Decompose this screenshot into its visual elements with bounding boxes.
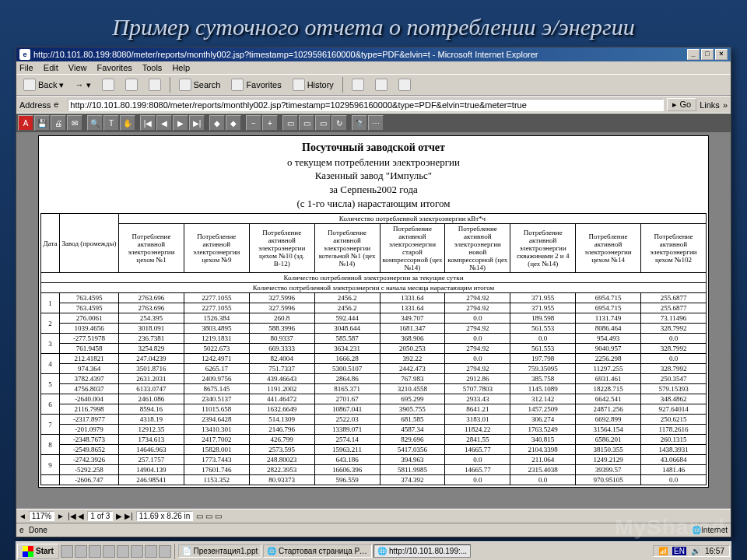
pdf-viewer[interactable]: Посуточный заводской отчет о текущем пот…: [16, 132, 731, 509]
menu-help[interactable]: Help: [172, 63, 190, 72]
favorites-icon: [231, 79, 244, 91]
taskbar: Start 📄 Презентация1.ppt 🌐 Стартовая стр…: [16, 541, 731, 560]
menu-edit[interactable]: Edit: [44, 63, 58, 72]
rotate-button[interactable]: ↻: [331, 115, 347, 131]
quicklaunch-icon[interactable]: [131, 545, 143, 558]
minimize-button[interactable]: _: [687, 49, 700, 60]
zoom-display[interactable]: ◄ 117% ►: [19, 512, 65, 520]
actual-size-button[interactable]: ▭: [282, 115, 298, 131]
report-table: ДатаЗавод (промежды)Количество потреблен…: [40, 213, 707, 485]
page-size: 11.69 x 8.26 in: [136, 511, 194, 521]
fit-width-button[interactable]: ▭: [315, 115, 331, 131]
prev-page-button[interactable]: ◀: [156, 115, 172, 131]
first-page-button[interactable]: |◀: [140, 115, 156, 131]
fwd-view-button[interactable]: ◆: [226, 115, 241, 131]
zoom-out-button[interactable]: −: [246, 115, 261, 131]
page-icon: e: [54, 100, 65, 110]
menu-view[interactable]: View: [68, 63, 87, 72]
links-label[interactable]: Links: [700, 100, 720, 110]
history-button[interactable]: History: [289, 76, 338, 93]
windows-flag-icon: [23, 546, 33, 557]
zoom-in-button[interactable]: +: [262, 115, 278, 131]
quicklaunch-icon[interactable]: [103, 545, 115, 558]
browser-window: e http://10.101.80.199:8080/meter/report…: [16, 47, 731, 537]
menu-file[interactable]: File: [19, 63, 33, 72]
select-text-button[interactable]: T: [103, 115, 119, 131]
go-button[interactable]: ▸ Go: [667, 98, 696, 111]
address-label: Address: [19, 100, 51, 110]
print-button[interactable]: [371, 76, 391, 93]
close-button[interactable]: ×: [715, 49, 728, 60]
search-button[interactable]: Search: [175, 76, 225, 93]
security-zone: Internet: [701, 526, 728, 534]
mail-icon: [352, 79, 364, 91]
report-header: Посуточный заводской отчет о текущем пот…: [40, 141, 707, 210]
done-icon: e: [19, 526, 29, 535]
back-icon: [23, 79, 36, 91]
menu-bar: File Edit View Favorites Tools Help: [16, 61, 731, 74]
quicklaunch-icon[interactable]: [145, 545, 157, 558]
pdf-page: Посуточный заводской отчет о текущем пот…: [38, 135, 709, 488]
last-page-button[interactable]: ▶|: [189, 115, 205, 131]
menu-tools[interactable]: Tools: [142, 63, 163, 72]
address-bar: Address e ▸ Go Links »: [16, 96, 731, 113]
home-icon: [149, 79, 161, 91]
mail-button[interactable]: [348, 76, 368, 93]
acrobat-logo-icon: A: [18, 115, 33, 131]
forward-button[interactable]: → ▾: [71, 78, 94, 93]
window-title: http://10.101.80.199:8080/meter/reports/…: [33, 50, 538, 59]
search-pdf-button[interactable]: 🔍: [87, 115, 103, 131]
maximize-button[interactable]: □: [701, 49, 714, 60]
print-pdf-button[interactable]: 🖨: [51, 115, 66, 131]
quicklaunch-icon[interactable]: [89, 545, 101, 558]
taskbar-task[interactable]: 📄 Презентация1.ppt: [178, 544, 261, 558]
lang-indicator[interactable]: EN: [672, 547, 686, 555]
start-button[interactable]: Start: [17, 544, 59, 559]
print-icon: [375, 79, 388, 91]
tray-icon[interactable]: 📶: [658, 547, 668, 555]
favorites-button[interactable]: Favorites: [227, 76, 285, 93]
status-text: Done: [29, 526, 47, 534]
tray-icon[interactable]: 🔊: [691, 547, 700, 555]
more-button[interactable]: ⋯: [368, 115, 384, 131]
taskbar-task[interactable]: 🌐 Стартовая страница Ре...: [263, 544, 372, 558]
home-button[interactable]: [145, 76, 165, 93]
acrobat-statusbar: ◄ 117% ► |◀ ◀ 1 of 3 ▶ ▶| 11.69 x 8.26 i…: [16, 509, 731, 523]
quicklaunch-icon[interactable]: [61, 545, 73, 558]
standard-toolbar: Back ▾ → ▾ Search Favorites History: [16, 74, 731, 96]
menu-favorites[interactable]: Favorites: [97, 63, 132, 72]
back-button[interactable]: Back ▾: [19, 76, 68, 93]
edit-icon: [398, 79, 411, 91]
refresh-button[interactable]: [121, 76, 142, 93]
save-button[interactable]: 💾: [34, 115, 50, 131]
slide-title: Пример суточного отчета о потреблении э/…: [0, 0, 747, 47]
hand-tool-button[interactable]: ✋: [120, 115, 135, 131]
edit-button[interactable]: [395, 76, 415, 93]
search-icon: [179, 79, 191, 91]
stop-button[interactable]: [98, 76, 118, 93]
ie-icon: e: [19, 49, 30, 60]
next-page-button[interactable]: ▶: [173, 115, 188, 131]
back-view-button[interactable]: ◆: [209, 115, 225, 131]
history-icon: [293, 79, 305, 91]
window-titlebar: e http://10.101.80.199:8080/meter/report…: [16, 47, 731, 61]
quicklaunch-icon[interactable]: [117, 545, 129, 558]
binoculars-button[interactable]: 🔭: [352, 115, 367, 131]
stop-icon: [102, 79, 114, 91]
address-input[interactable]: [68, 99, 664, 111]
quicklaunch-icon[interactable]: [159, 545, 171, 558]
system-tray: 📶 EN 🔊 16:57: [653, 545, 730, 557]
quicklaunch-icon[interactable]: [75, 545, 87, 558]
acrobat-toolbar: A 💾 🖨 ✉ 🔍 T ✋ |◀ ◀ ▶ ▶| ◆ ◆ − + ▭ ▭ ▭ ↻ …: [16, 113, 731, 132]
clock[interactable]: 16:57: [705, 547, 724, 555]
ie-statusbar: e Done 🌐 Internet: [16, 523, 731, 537]
mail-pdf-button[interactable]: ✉: [67, 115, 82, 131]
fit-page-button[interactable]: ▭: [299, 115, 314, 131]
zone-icon: 🌐: [692, 526, 701, 534]
taskbar-task[interactable]: 🌐 http://10.101.80.199:...: [374, 544, 471, 558]
refresh-icon: [125, 79, 138, 91]
page-indicator[interactable]: 1 of 3: [87, 511, 113, 521]
